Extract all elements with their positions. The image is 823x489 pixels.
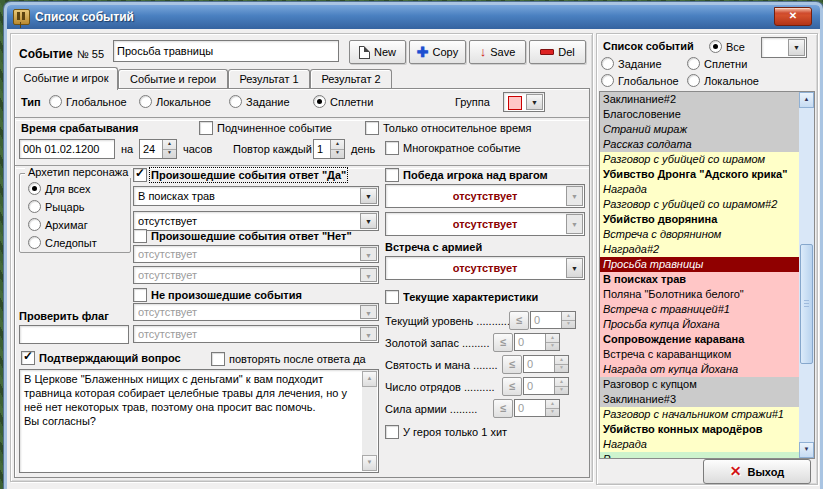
tab-event-player[interactable]: Событие и игрок (14, 67, 118, 90)
events-not-combo-1[interactable]: отсутствует (133, 303, 379, 321)
list-item[interactable]: Разговор с начальником стражи#1 (600, 407, 799, 422)
events-no-combo-1[interactable]: отсутствует (133, 245, 379, 263)
new-button[interactable]: New (349, 40, 406, 64)
checkbox-repeat-after-yes[interactable]: повторять после ответа да (211, 352, 366, 366)
checkbox-relative-time-only[interactable]: Только относительное время (365, 121, 532, 135)
confirm-question-textarea[interactable]: В Церкове "Блаженных нищих с деньгами" к… (19, 369, 379, 473)
list-item[interactable]: Разговор с купцом (600, 377, 799, 392)
list-item[interactable]: Разговор с убийцей со шрамом (600, 152, 799, 167)
radio-archetype-archmage[interactable]: Архимаг (28, 218, 88, 231)
exit-button[interactable]: ✕ Выход (703, 459, 811, 484)
spin-buttons[interactable] (561, 312, 575, 328)
radio-filter-quest[interactable]: Задание (601, 57, 662, 70)
list-item[interactable]: Страний мираж (600, 122, 799, 137)
events-no-combo-2[interactable]: отсутствует (133, 266, 379, 284)
checkbox-current-stats[interactable]: Текущие характеристики (385, 290, 561, 304)
list-item[interactable]: Р (600, 452, 799, 459)
list-item[interactable]: Рассказ солдата (600, 137, 799, 152)
checkbox-events-answer-yes[interactable]: Произошедшие события ответ "Да" (133, 168, 346, 182)
stat-holiness-op-button[interactable]: ≤ (502, 355, 522, 374)
event-list[interactable]: Заклинание#2 Благословение Страний мираж… (599, 91, 815, 459)
checkbox-events-not-happened[interactable]: Не произошедшие события (133, 288, 302, 302)
list-item[interactable]: Поляна "Болотника белого" (600, 287, 799, 302)
list-item[interactable]: Заклинание#3 (600, 392, 799, 407)
check-flag-input[interactable] (19, 325, 129, 344)
checkbox-victory-over-enemy[interactable]: Победа игрока над врагом (385, 168, 548, 182)
stat-army-op-button[interactable]: ≤ (493, 399, 513, 418)
checkbox-multiple-event[interactable]: Многократное событие (385, 141, 521, 155)
close-button[interactable]: ✕ (774, 7, 812, 26)
textarea-scrollbar[interactable] (362, 371, 377, 471)
checkbox-box (385, 168, 399, 182)
spin-buttons[interactable] (545, 400, 559, 416)
stat-gold-op-button[interactable]: ≤ (493, 333, 513, 352)
spin-buttons[interactable] (545, 334, 559, 350)
stat-army-spinner[interactable]: 0 (514, 399, 560, 417)
victory-combo-1[interactable]: отсутствует (385, 184, 585, 208)
list-item[interactable]: Убийство конных мародёров (600, 422, 799, 437)
radio-filter-local[interactable]: Локальное (687, 74, 759, 87)
tab-event-heroes[interactable]: Событие и герои (118, 69, 228, 90)
list-item[interactable]: Убивство Дронга "Адского крика" (600, 167, 799, 182)
radio-archetype-knight[interactable]: Рыцарь (28, 200, 85, 213)
spin-buttons[interactable] (554, 356, 568, 372)
events-not-combo-2[interactable]: отсутствует (133, 325, 379, 343)
radio-filter-global[interactable]: Глобальное (601, 74, 679, 87)
radio-type-local[interactable]: Локальное (139, 95, 211, 108)
list-item[interactable]: Благословение (600, 107, 799, 122)
list-item[interactable]: Встреча с дворянином (600, 227, 799, 242)
stat-level-spinner[interactable]: 0 (530, 311, 576, 329)
list-item[interactable]: Убийство дворянина (600, 212, 799, 227)
spin-buttons[interactable] (162, 140, 176, 158)
checkbox-hero-one-hit[interactable]: У героя только 1 хит (385, 425, 507, 439)
spin-buttons[interactable] (330, 140, 344, 158)
list-item[interactable]: Сопровождение каравана (600, 332, 799, 347)
radio-type-gossip[interactable]: Сплетни (313, 95, 373, 108)
events-yes-combo-2[interactable]: отсутствует (133, 211, 379, 231)
trigger-time-input[interactable] (19, 139, 115, 159)
radio-filter-gossip[interactable]: Сплетни (687, 57, 747, 70)
list-scrollbar-thumb[interactable] (800, 244, 813, 364)
stat-holiness-spinner[interactable]: 0 (523, 355, 569, 373)
radio-type-quest[interactable]: Задание (229, 95, 290, 108)
list-item[interactable]: Просьба купца Йохана (600, 317, 799, 332)
list-item[interactable]: Награда (600, 182, 799, 197)
title-bar[interactable]: Список событий ✕ (7, 5, 820, 29)
victory-combo-2[interactable]: отсутствует (385, 212, 585, 236)
army-meet-combo[interactable]: отсутствует (385, 256, 585, 280)
list-item[interactable]: Встреча с караванщиком (600, 347, 799, 362)
stat-squads-op-button[interactable]: ≤ (502, 377, 522, 396)
tab-result-2[interactable]: Результат 2 (310, 69, 392, 90)
stat-gold-spinner[interactable]: 0 (514, 333, 560, 351)
checkbox-subordinate-event[interactable]: Подчиненное событие (199, 121, 332, 135)
radio-filter-all[interactable]: Все (709, 40, 745, 53)
repeat-spinner[interactable]: 1 (313, 139, 345, 159)
radio-archetype-all[interactable]: Для всех (28, 182, 90, 195)
list-item[interactable]: В поисках трав (600, 272, 799, 287)
event-list-title: Список событий (603, 40, 694, 52)
list-item[interactable]: Встреча с травницей#1 (600, 302, 799, 317)
events-yes-combo-1[interactable]: В поисках трав (133, 186, 379, 206)
del-button[interactable]: Del (529, 40, 586, 64)
list-item-selected[interactable]: Просьба травницы (600, 257, 799, 272)
checkbox-events-answer-no[interactable]: Произошедшие события ответ "Нет" (133, 229, 352, 243)
list-scrollbar[interactable] (799, 92, 814, 458)
list-item[interactable]: Заклинание#2 (600, 92, 799, 107)
tab-result-1[interactable]: Результат 1 (228, 69, 310, 90)
list-item[interactable]: Награда от купца Йохана (600, 362, 799, 377)
list-item[interactable]: Награда (600, 437, 799, 452)
radio-archetype-ranger[interactable]: Следопыт (28, 236, 97, 249)
copy-button[interactable]: ✚ Copy (409, 40, 466, 64)
stat-squads-spinner[interactable]: 0 (523, 377, 569, 395)
save-button[interactable]: ↓ Save (469, 40, 526, 64)
list-item[interactable]: Награда#2 (600, 242, 799, 257)
group-color-combo[interactable] (503, 92, 545, 112)
checkbox-confirm-question[interactable]: Подтверждающий вопрос (21, 351, 181, 365)
stat-level-op-button[interactable]: ≤ (509, 311, 529, 330)
event-name-input[interactable] (113, 40, 339, 62)
hours-spinner[interactable]: 24 (139, 139, 177, 159)
radio-type-global[interactable]: Глобальное (49, 95, 127, 108)
group-filter-combo[interactable] (761, 37, 807, 58)
list-item[interactable]: Разговор с убийцей со шрамом#2 (600, 197, 799, 212)
spin-buttons[interactable] (554, 378, 568, 394)
